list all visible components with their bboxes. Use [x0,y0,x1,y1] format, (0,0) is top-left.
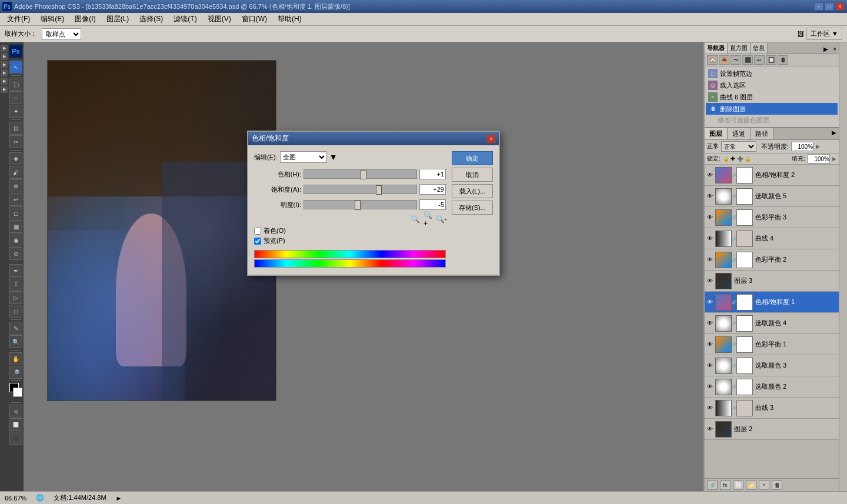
saturation-slider[interactable] [304,185,417,194]
layer-btn-link[interactable]: 🔗 [707,480,718,490]
maximize-btn[interactable]: □ [825,2,834,11]
colorize-checkbox[interactable] [254,228,261,235]
menu-image[interactable]: 图像(I) [70,13,100,25]
layer-btn-group[interactable]: 📁 [746,480,756,490]
tool-dodge[interactable]: ⊙ [9,247,22,260]
hue-save-button[interactable]: 存储(S)... [452,201,493,215]
menu-help[interactable]: 帮助(H) [273,13,306,25]
saturation-thumb[interactable] [376,185,382,195]
tab-layers[interactable]: 图层 [705,128,728,139]
layer-row[interactable]: 👁 🔗 选取颜色 2 [705,376,839,398]
tool-mode-standard[interactable]: Q [9,405,22,418]
tab-channels[interactable]: 通道 [728,128,751,139]
opacity-arrow[interactable]: ▶ [816,143,820,149]
strip-btn-3[interactable]: ▶ [1,61,8,68]
tool-history-brush[interactable]: ↩ [9,193,22,206]
preview-checkbox[interactable] [254,238,261,245]
workspace-label[interactable]: 工作区 ▼ [806,28,842,40]
menu-select[interactable]: 选择(S) [135,13,168,25]
history-item-3[interactable]: 🗑 删除图层 [706,103,838,115]
layer-row[interactable]: 👁 图层 3 [705,271,839,292]
layer-visibility-toggle[interactable]: 👁 [706,213,714,222]
layers-panel-options[interactable]: ▶ [829,128,839,139]
layers-list[interactable]: 👁 🔗 色相/饱和度 2 👁 🔗 选取颜色 5 👁 🔗 色彩平衡 3 👁 🔗 曲… [705,165,839,478]
history-item-0[interactable]: ⬚ 设置帧范边 [706,68,838,79]
background-color[interactable] [13,388,22,397]
minimize-btn[interactable]: − [814,2,823,11]
hue-load-button[interactable]: 载入(L)... [452,184,493,198]
fill-arrow[interactable]: ▶ [832,156,836,162]
sample-size-select[interactable]: 取样点 3×3平均 5×5平均 [42,28,81,40]
hue-dialog-close[interactable]: × [487,135,495,143]
canvas-image[interactable] [48,61,276,400]
tool-text[interactable]: T [9,278,22,291]
fill-input[interactable] [808,154,830,163]
history-item-2[interactable]: ≈ 曲线 6 图层 [706,91,838,103]
nav-icon-1[interactable]: 🏠 [707,55,718,65]
history-item-1[interactable]: ◎ 载入选区 [706,79,838,91]
menu-edit[interactable]: 编辑(E) [36,13,69,25]
layer-row[interactable]: 👁 🔗 色彩平衡 3 [705,207,839,228]
menu-file[interactable]: 文件(F) [2,13,35,25]
layer-btn-delete[interactable]: 🗑 [772,480,782,490]
tool-pen[interactable]: ✒ [9,264,22,277]
layer-visibility-toggle[interactable]: 👁 [706,362,714,370]
strip-btn-4[interactable]: ▶ [1,69,8,76]
nav-icon-3[interactable]: 〜 [731,55,741,65]
tool-gradient[interactable]: ▦ [9,220,22,233]
layer-visibility-toggle[interactable]: 👁 [706,277,714,285]
tool-brush[interactable]: 🖌 [9,166,22,179]
layer-visibility-toggle[interactable]: 👁 [706,192,714,201]
hue-hue-input[interactable]: +1 [419,169,446,179]
tool-path-select[interactable]: ▷ [9,291,22,304]
layer-visibility-toggle[interactable]: 👁 [706,341,714,349]
layer-visibility-toggle[interactable]: 👁 [706,383,714,391]
hue-saturation-input[interactable]: +29 [419,184,446,195]
lightness-thumb[interactable] [355,201,361,210]
tab-info[interactable]: 信息 [751,43,768,54]
tool-healing[interactable]: ✚ [9,152,22,165]
blend-mode-select[interactable]: 正常 [721,141,756,152]
strip-btn-2[interactable]: ▶ [1,53,8,60]
eyedropper-subtract-icon[interactable]: 🔍- [436,215,446,224]
eyedropper-add-icon[interactable]: 🔍+ [424,215,433,224]
tool-marquee[interactable]: ⬚ [9,78,22,91]
tab-navigator[interactable]: 导航器 [705,43,728,54]
hue-edit-select[interactable]: 全图 红色 黄色 绿色 青色 蓝色 洋红 [280,151,327,163]
status-arrow[interactable]: ► [116,495,122,502]
strip-btn-5[interactable]: ▶ [1,78,8,85]
panel-options-btn[interactable]: ▶ [821,45,831,54]
menu-layer[interactable]: 图层(L) [102,13,134,25]
layer-row[interactable]: 👁 🔗 曲线 4 [705,228,839,249]
nav-icon-7[interactable]: 🗑 [778,55,788,65]
tool-notes[interactable]: ✎ [9,322,22,335]
layer-row[interactable]: 👁 🔗 色相/饱和度 2 [705,165,839,186]
hue-cancel-button[interactable]: 取消 [452,168,493,182]
layer-visibility-toggle[interactable]: 👁 [706,256,714,264]
tool-eyedropper[interactable]: 🔍 [9,335,22,348]
tool-blur[interactable]: ◉ [9,233,22,246]
tool-move[interactable]: ↖ [9,61,22,74]
tool-hand[interactable]: ✋ [9,352,22,365]
layer-btn-fx[interactable]: fx [720,480,731,490]
layer-visibility-toggle[interactable]: 👁 [706,298,714,306]
tool-slice[interactable]: ✂ [9,135,22,148]
eyedropper-icon[interactable]: 🔍 [411,215,420,224]
tool-shape[interactable]: □ [9,305,22,318]
layer-row[interactable]: 👁 🔗 曲线 3 [705,398,839,419]
tool-screen-mode[interactable]: ⬛ [9,432,22,445]
tab-paths[interactable]: 路径 [751,128,773,139]
lightness-slider[interactable] [304,200,417,209]
tool-zoom[interactable]: 🔎 [9,366,22,379]
opacity-input[interactable] [791,142,813,151]
tool-crop[interactable]: ⊡ [9,122,22,135]
layer-visibility-toggle[interactable]: 👁 [706,235,714,243]
layer-visibility-toggle[interactable]: 👁 [706,404,714,412]
nav-icon-4[interactable]: ⬛ [742,55,753,65]
strip-btn-1[interactable]: ▶ [1,45,8,52]
layer-row[interactable]: 👁 🔗 选取颜色 4 [705,313,839,334]
hue-lightness-input[interactable]: -5 [419,199,446,210]
strip-btn-6[interactable]: ▶ [1,86,8,93]
menu-filter[interactable]: 滤镜(T) [169,13,201,25]
layer-row[interactable]: 👁 🔗 色相/饱和度 1 [705,292,839,313]
